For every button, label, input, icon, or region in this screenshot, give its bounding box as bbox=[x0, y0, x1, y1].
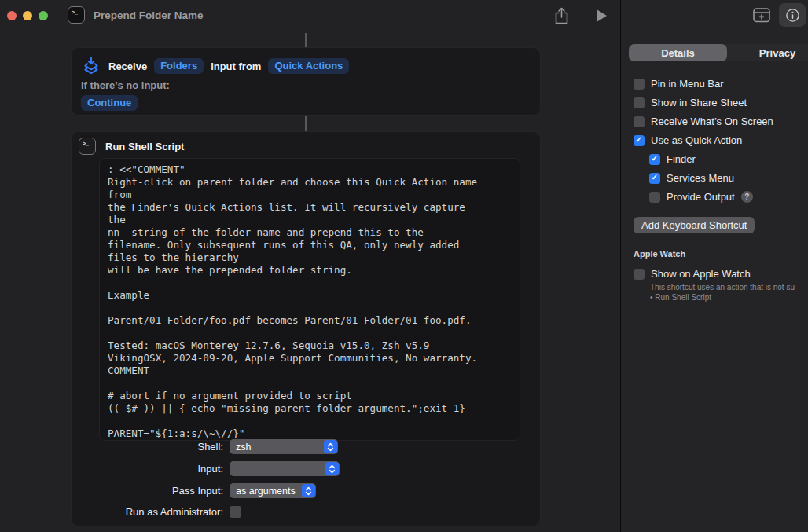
chevron-up-down-icon bbox=[324, 440, 337, 453]
apple-watch-note: This shortcut uses an action that is not… bbox=[650, 283, 808, 292]
zoom-window-button[interactable] bbox=[39, 11, 48, 20]
pass-input-select[interactable]: as arguments bbox=[230, 483, 316, 498]
pass-input-select-value: as arguments bbox=[230, 486, 302, 497]
input-field-label: Input: bbox=[72, 463, 223, 475]
share-icon[interactable] bbox=[553, 6, 570, 25]
run-as-admin-label: Run as Administrator: bbox=[72, 506, 223, 518]
input-type-token[interactable]: Folders bbox=[154, 58, 204, 74]
checkbox[interactable] bbox=[634, 79, 645, 90]
info-icon bbox=[785, 8, 800, 23]
checkbox[interactable] bbox=[649, 173, 660, 184]
checkbox-row-use-as-quick-action[interactable]: Use as Quick Action bbox=[634, 134, 742, 146]
shortcuts-window: >_ Prepend Folder Name Receive Folde bbox=[0, 0, 808, 532]
checkbox-row-services-menu[interactable]: Services Menu bbox=[649, 172, 734, 184]
action-connector bbox=[305, 33, 307, 47]
tab-details[interactable]: Details bbox=[629, 44, 727, 61]
shell-select-value: zsh bbox=[230, 442, 324, 453]
checkbox[interactable] bbox=[634, 116, 645, 127]
help-icon[interactable]: ? bbox=[741, 191, 753, 203]
add-keyboard-shortcut-button[interactable]: Add Keyboard Shortcut bbox=[634, 217, 755, 233]
minimize-window-button[interactable] bbox=[23, 11, 32, 20]
input-select[interactable] bbox=[230, 461, 340, 476]
action-connector bbox=[305, 116, 307, 131]
action-title: Run Shell Script bbox=[105, 141, 184, 152]
input-source-token[interactable]: Quick Actions bbox=[268, 58, 349, 74]
apple-watch-section-header: Apple Watch bbox=[634, 249, 685, 259]
info-button[interactable] bbox=[779, 3, 806, 27]
incompatible-action-item: • Run Shell Script bbox=[650, 293, 711, 302]
play-icon[interactable] bbox=[596, 9, 608, 23]
page-title: Prepend Folder Name bbox=[94, 9, 204, 21]
checkbox-row-show-in-share-sheet[interactable]: Show in Share Sheet bbox=[634, 97, 747, 108]
checkbox[interactable] bbox=[649, 192, 660, 203]
receive-action-card[interactable]: Receive Folders input from Quick Actions… bbox=[71, 47, 541, 116]
details-sidebar: Details Privacy Pin in Menu Bar Show in … bbox=[621, 0, 808, 532]
close-window-button[interactable] bbox=[7, 11, 17, 20]
checkbox-row-provide-output[interactable]: Provide Output ? bbox=[649, 191, 753, 203]
shortcut-terminal-icon: >_ bbox=[68, 6, 85, 24]
chevron-up-down-icon bbox=[302, 484, 315, 497]
no-input-label: If there’s no input: bbox=[81, 79, 170, 91]
tab-privacy[interactable]: Privacy bbox=[727, 44, 808, 61]
receive-label: Receive bbox=[108, 61, 147, 72]
checkbox[interactable] bbox=[649, 154, 660, 165]
input-from-label: input from bbox=[211, 61, 261, 72]
run-shell-script-card[interactable]: >_ Run Shell Script : <<"COMMENT" Right-… bbox=[71, 131, 541, 526]
checkbox[interactable] bbox=[634, 97, 645, 108]
checkbox[interactable] bbox=[634, 269, 645, 280]
details-privacy-tabs: Details Privacy bbox=[629, 44, 808, 61]
checkbox-row-receive-whats-on-screen[interactable]: Receive What’s On Screen bbox=[634, 116, 773, 127]
checkbox-row-finder[interactable]: Finder bbox=[649, 153, 696, 165]
no-input-behavior-token[interactable]: Continue bbox=[81, 95, 138, 111]
terminal-icon: >_ bbox=[79, 138, 96, 155]
run-as-admin-checkbox[interactable] bbox=[230, 506, 241, 518]
chevron-up-down-icon bbox=[325, 462, 339, 475]
shell-select[interactable]: zsh bbox=[230, 439, 338, 454]
checkbox[interactable] bbox=[634, 135, 645, 146]
shell-field-label: Shell: bbox=[72, 441, 223, 453]
pass-input-field-label: Pass Input: bbox=[72, 485, 223, 497]
add-action-icon[interactable] bbox=[752, 6, 771, 24]
checkbox-row-pin-in-menu-bar[interactable]: Pin in Menu Bar bbox=[634, 78, 724, 90]
shell-script-editor[interactable]: : <<"COMMENT" Right-click on parent fold… bbox=[99, 158, 520, 441]
checkbox-row-show-on-apple-watch[interactable]: Show on Apple Watch bbox=[634, 268, 751, 280]
receive-input-icon bbox=[81, 56, 101, 76]
